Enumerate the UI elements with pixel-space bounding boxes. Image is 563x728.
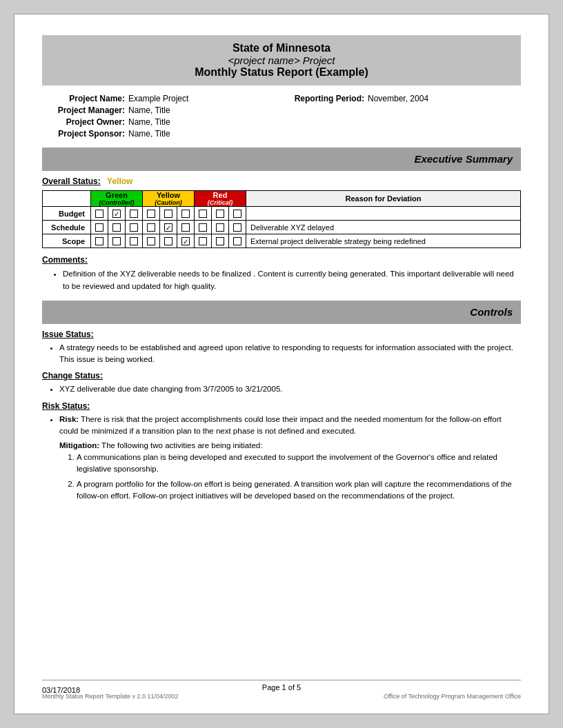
budget-green-2: ✓ xyxy=(112,210,121,218)
page-label: Page 1 of 5 xyxy=(262,683,301,691)
overall-status-value: Yellow xyxy=(107,176,132,186)
project-info: Project Name: Example Project Project Ma… xyxy=(42,94,521,141)
mitigation-list: A communications plan is being developed… xyxy=(59,452,521,502)
budget-green-1 xyxy=(95,210,103,218)
mitigation-intro: The following two activities are being i… xyxy=(99,441,262,449)
schedule-red-3 xyxy=(233,223,241,232)
schedule-red-2 xyxy=(216,223,224,232)
green-header: Green xyxy=(91,191,142,199)
project-owner-label: Project Owner: xyxy=(42,117,125,127)
budget-green-3 xyxy=(130,210,138,218)
table-row: Budget ✓ xyxy=(43,207,521,221)
scope-red-1 xyxy=(199,237,207,245)
list-item: XYZ deliverable due date changing from 3… xyxy=(59,383,521,395)
mitigation-section: Mitigation: The following two activities… xyxy=(42,441,521,502)
project-manager-value: Name, Title xyxy=(128,105,170,115)
risk-status-label: Risk Status: xyxy=(42,401,521,411)
scope-green-3 xyxy=(130,237,138,245)
schedule-red-1 xyxy=(199,223,207,232)
footer-page: Page 1 of 5 xyxy=(42,683,521,691)
scope-green-2 xyxy=(112,237,121,245)
executive-summary-label: Executive Summary xyxy=(414,153,513,165)
scope-yellow-3: ✓ xyxy=(181,237,190,245)
footer-date: 03/17/2018 xyxy=(42,686,80,694)
issue-status-label: Issue Status: xyxy=(42,330,521,339)
yellow-sub-header: (Caution) xyxy=(143,199,194,206)
table-row: Scope ✓ External project deliverable str… xyxy=(43,234,521,248)
list-item: A strategy needs to be established and a… xyxy=(59,342,521,366)
project-name: <project name> Project xyxy=(56,54,507,66)
schedule-green-3 xyxy=(130,223,138,232)
project-owner-value: Name, Title xyxy=(128,117,170,127)
budget-red-1 xyxy=(199,210,207,218)
overall-status-label: Overall Status: xyxy=(42,176,101,186)
budget-label: Budget xyxy=(43,207,91,221)
executive-summary-banner: Executive Summary xyxy=(42,148,521,171)
project-sponsor-row: Project Sponsor: Name, Title xyxy=(42,129,282,139)
comments-label: Comments: xyxy=(42,255,521,265)
schedule-green-2 xyxy=(112,223,121,232)
scope-yellow-1 xyxy=(147,237,155,245)
comments-list: Definition of the XYZ deliverable needs … xyxy=(42,268,521,292)
budget-red-2 xyxy=(216,210,224,218)
change-bullets: XYZ deliverable due date changing from 3… xyxy=(42,383,521,395)
project-sponsor-value: Name, Title xyxy=(128,129,170,139)
project-manager-row: Project Manager: Name, Title xyxy=(42,105,282,115)
green-sub-header: (Controlled) xyxy=(91,199,142,206)
list-item: Risk: There is risk that the project acc… xyxy=(59,414,521,438)
scope-label: Scope xyxy=(43,234,91,248)
risk-bullets: Risk: There is risk that the project acc… xyxy=(42,414,521,438)
scope-red-2 xyxy=(216,237,224,245)
schedule-label: Schedule xyxy=(43,221,91,234)
budget-yellow-1 xyxy=(147,210,155,218)
project-manager-label: Project Manager: xyxy=(42,105,125,115)
red-header: Red xyxy=(195,191,246,199)
report-title: Monthly Status Report (Example) xyxy=(56,66,507,79)
office-label: Office of Technology Program Management … xyxy=(384,693,521,700)
project-info-right: Reporting Period: November, 2004 xyxy=(282,94,521,141)
scope-yellow-2 xyxy=(164,237,172,245)
reporting-period-label: Reporting Period: xyxy=(282,94,364,103)
controls-section: Issue Status: A strategy needs to be est… xyxy=(42,330,521,502)
status-table: Green (Controlled) Yellow (Caution) Red … xyxy=(42,190,521,248)
reason-header: Reason for Deviation xyxy=(246,191,521,207)
scope-red-3 xyxy=(233,237,241,245)
schedule-reason: Deliverable XYZ delayed xyxy=(246,221,521,234)
page-footer: 03/17/2018 Page 1 of 5 Monthly Status Re… xyxy=(42,680,521,700)
mitigation-label: Mitigation: xyxy=(59,441,99,449)
project-info-left: Project Name: Example Project Project Ma… xyxy=(42,94,282,141)
risk-bold-label: Risk: xyxy=(59,415,79,423)
table-row: Schedule ✓ Deliverable XYZ delayed xyxy=(43,221,521,234)
reporting-period-value: November, 2004 xyxy=(368,94,428,103)
list-item: A communications plan is being developed… xyxy=(77,452,521,476)
change-status-label: Change Status: xyxy=(42,371,521,381)
schedule-yellow-1 xyxy=(147,223,155,232)
issue-bullets: A strategy needs to be established and a… xyxy=(42,342,521,366)
scope-reason: External project deliverable strategy be… xyxy=(246,234,521,248)
scope-green-1 xyxy=(95,237,103,245)
header-banner: State of Minnesota <project name> Projec… xyxy=(42,35,521,85)
schedule-green-1 xyxy=(95,223,103,232)
risk-text: There is risk that the project accomplis… xyxy=(59,415,502,435)
budget-yellow-2 xyxy=(164,210,172,218)
list-item: A program portfolio for the follow-on ef… xyxy=(77,478,521,503)
project-name-row: Project Name: Example Project xyxy=(42,94,282,103)
schedule-yellow-2: ✓ xyxy=(164,223,172,232)
controls-banner: Controls xyxy=(42,301,521,324)
footer-row: 03/17/2018 Page 1 of 5 xyxy=(42,683,521,691)
controls-label: Controls xyxy=(470,306,513,318)
list-item: Definition of the XYZ deliverable needs … xyxy=(63,268,521,292)
reporting-period-row: Reporting Period: November, 2004 xyxy=(282,94,521,103)
state-name: State of Minnesota xyxy=(56,42,507,54)
project-sponsor-label: Project Sponsor: xyxy=(42,129,125,139)
page: State of Minnesota <project name> Projec… xyxy=(14,14,549,714)
schedule-yellow-3 xyxy=(181,223,190,232)
budget-yellow-3 xyxy=(181,210,190,218)
overall-status-row: Overall Status: Yellow xyxy=(42,176,521,186)
budget-reason xyxy=(246,207,521,221)
project-name-label: Project Name: xyxy=(42,94,125,103)
project-owner-row: Project Owner: Name, Title xyxy=(42,117,282,127)
yellow-header: Yellow xyxy=(143,191,194,199)
budget-red-3 xyxy=(233,210,241,218)
footer-bottom: Monthly Status Report Template v 2.0 11/… xyxy=(42,693,521,700)
